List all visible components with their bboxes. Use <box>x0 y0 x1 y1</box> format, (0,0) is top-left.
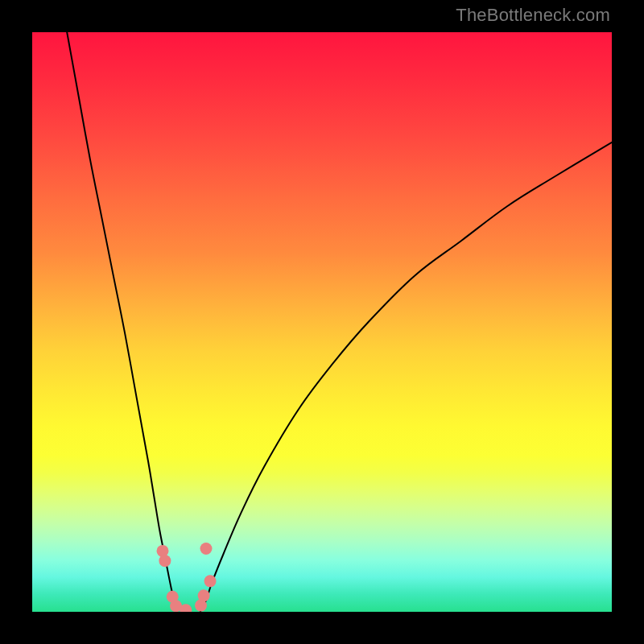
valley-marker-6 <box>198 589 210 601</box>
valley-marker-8 <box>200 543 213 555</box>
valley-marker-7 <box>204 575 217 587</box>
valley-marker-1 <box>159 555 171 567</box>
valley-markers <box>157 543 217 612</box>
plot-area <box>32 32 612 612</box>
curve-svg <box>32 32 612 612</box>
left-branch-curve <box>67 32 177 612</box>
chart-frame: TheBottleneck.com <box>0 0 644 644</box>
watermark-text: TheBottleneck.com <box>456 5 610 26</box>
right-branch-curve <box>200 142 612 612</box>
